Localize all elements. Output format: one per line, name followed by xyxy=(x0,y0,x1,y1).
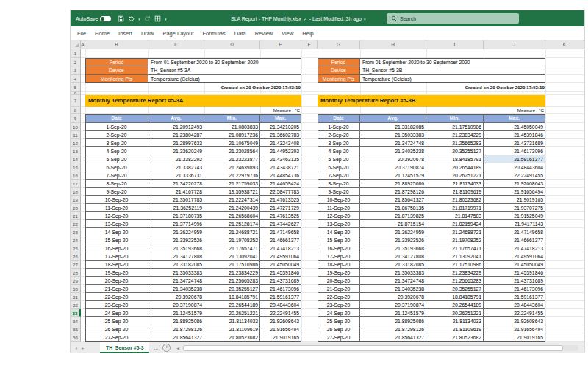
cell[interactable]: 21.34035238 xyxy=(360,285,426,293)
cell[interactable]: 21.35033383 xyxy=(360,269,426,277)
menu-item-review[interactable]: Review xyxy=(251,30,278,37)
cell[interactable]: 12-Sep-20 xyxy=(85,212,148,220)
row-header-4[interactable]: 4 xyxy=(71,75,81,84)
row-header-9[interactable]: 9 xyxy=(71,114,81,123)
device-label[interactable]: Device xyxy=(318,66,360,75)
menu-item-file[interactable]: File xyxy=(73,30,90,37)
cell[interactable]: 11-Sep-20 xyxy=(85,204,148,212)
cell[interactable]: 20.3920678 xyxy=(148,293,204,301)
cell[interactable]: 20.26251221 xyxy=(426,309,484,317)
cell[interactable]: 21.47442627 xyxy=(260,220,301,228)
cell[interactable]: 20.37190874 xyxy=(148,301,204,309)
row-header-12[interactable]: 12 xyxy=(71,139,81,147)
cell[interactable]: 20.37190874 xyxy=(360,301,426,309)
cell[interactable]: 18.84185791 xyxy=(426,293,484,301)
sheet-nav-right-icon[interactable] xyxy=(82,345,84,350)
cell[interactable]: 21.45391846 xyxy=(484,131,545,139)
cell[interactable]: 21.17510986 xyxy=(426,123,484,131)
monitoring-value[interactable]: Temperature (Celcius) xyxy=(148,75,301,84)
cell[interactable]: 20.26544189 xyxy=(426,301,484,309)
menu-item-view[interactable]: View xyxy=(277,30,298,37)
cell[interactable]: 2-Sep-20 xyxy=(318,131,360,139)
cell[interactable]: 21.59161377 xyxy=(484,155,545,163)
column-header-J[interactable]: J xyxy=(484,40,545,49)
cell[interactable]: 21.24200439 xyxy=(204,204,260,212)
autosave-toggle[interactable]: AutoSave xyxy=(76,16,111,21)
cell[interactable]: 20.26251221 xyxy=(426,171,484,180)
cell[interactable]: 3-Sep-20 xyxy=(85,139,148,147)
cell[interactable]: 21.94171143 xyxy=(484,220,545,228)
cell[interactable]: 18.84185791 xyxy=(204,293,260,301)
cell[interactable]: 21.36224959 xyxy=(360,228,426,236)
cell[interactable]: 25-Sep-20 xyxy=(318,317,360,325)
cell[interactable]: 21.87298126 xyxy=(148,325,204,333)
cell[interactable]: 22.58477783 xyxy=(260,188,301,196)
cell[interactable]: 21.80523682 xyxy=(426,196,484,204)
row-header-35[interactable]: 35 xyxy=(71,325,81,333)
cell[interactable]: 21.37714996 xyxy=(148,220,204,228)
menu-item-draw[interactable]: Draw xyxy=(137,30,159,37)
cell[interactable]: 21.9019165 xyxy=(484,333,545,342)
cell[interactable]: 21.85641327 xyxy=(360,196,426,204)
cell[interactable]: 23-Sep-20 xyxy=(318,301,360,309)
cell[interactable]: 21.88925086 xyxy=(360,317,426,325)
cell[interactable]: 21.49591064 xyxy=(484,252,545,261)
device-value[interactable]: TH_Sensor #5-3B xyxy=(360,66,545,75)
monitoring-label[interactable]: Monitoring Pts xyxy=(318,75,360,84)
cell[interactable]: 11-Sep-20 xyxy=(318,204,360,212)
cell[interactable]: 21.36224959 xyxy=(148,228,204,236)
cell[interactable]: 20.35255127 xyxy=(204,285,260,293)
cell[interactable]: 20.26544189 xyxy=(426,163,484,171)
cell[interactable]: 21.92608643 xyxy=(484,180,545,188)
monitoring-label[interactable]: Monitoring Pts xyxy=(85,75,148,84)
cell[interactable]: 21.34035238 xyxy=(360,147,426,155)
cell[interactable]: 19-Sep-20 xyxy=(85,269,148,277)
row-header-5[interactable]: 5 xyxy=(71,83,81,92)
cell[interactable]: 22-Sep-20 xyxy=(85,293,148,301)
cell[interactable]: 8-Sep-20 xyxy=(318,180,360,188)
row-header-32[interactable]: 32 xyxy=(71,301,81,309)
cell[interactable]: 21.43731689 xyxy=(484,277,545,285)
cell[interactable]: 21.24639893 xyxy=(204,163,260,171)
cell[interactable]: 21.33620249 xyxy=(148,147,204,155)
cell[interactable]: 21.86758135 xyxy=(360,204,426,212)
cell[interactable]: 13-Sep-20 xyxy=(85,220,148,228)
created-timestamp[interactable]: Created on 20 October 2020 17:53:10 xyxy=(85,83,301,92)
table-icon[interactable] xyxy=(154,15,161,22)
cell[interactable]: 21.34127808 xyxy=(360,252,426,261)
cell[interactable]: 21.43463135 xyxy=(260,155,301,163)
period-value[interactable]: From 01 September 2020 to 30 September 2… xyxy=(148,58,301,67)
cell[interactable]: 21.8715154 xyxy=(360,220,426,228)
cell[interactable]: 21.23834229 xyxy=(426,131,484,139)
cell[interactable]: 21.45050049 xyxy=(484,261,545,269)
cell[interactable]: 21.85641327 xyxy=(360,333,426,342)
cell[interactable]: 21.47418213 xyxy=(484,244,545,252)
cell[interactable]: 17-Sep-20 xyxy=(85,252,148,261)
cell[interactable]: 21.43243408 xyxy=(260,139,301,147)
cell[interactable]: 21.35033383 xyxy=(360,131,426,139)
column-header-E[interactable]: E xyxy=(260,40,301,49)
cell[interactable]: 21.34724748 xyxy=(360,277,426,285)
cell[interactable]: 21.33182085 xyxy=(360,123,426,131)
measure-unit[interactable]: Measure : °C xyxy=(318,107,545,115)
cell[interactable]: 17-Sep-20 xyxy=(318,252,360,261)
cell[interactable]: 21.91656494 xyxy=(260,325,301,333)
cell[interactable]: 21.21759033 xyxy=(204,180,260,188)
report-title[interactable]: Monthly Temperature Report #5-3B xyxy=(318,95,545,107)
cell[interactable]: 21.81134033 xyxy=(204,317,260,325)
cell[interactable]: 21.35193668 xyxy=(360,244,426,252)
cell[interactable]: 21.19708252 xyxy=(204,236,260,244)
add-sheet-button[interactable] xyxy=(162,344,171,352)
cell[interactable]: 21.35033383 xyxy=(148,269,204,277)
cell[interactable]: 9-Sep-20 xyxy=(85,188,148,196)
cell[interactable]: 20.3920678 xyxy=(360,155,426,163)
row-header-16[interactable]: 16 xyxy=(71,171,81,180)
cell[interactable]: 21.28997633 xyxy=(148,139,204,147)
row-header-10[interactable]: 10 xyxy=(71,123,81,131)
row-header-33[interactable]: 33 xyxy=(71,309,81,317)
row-header-36[interactable]: 36 xyxy=(71,333,81,342)
cell[interactable]: 13-Sep-20 xyxy=(318,220,360,228)
cell[interactable]: 21.44952393 xyxy=(260,147,301,155)
created-timestamp[interactable]: Created on 20 October 2020 17:53:10 xyxy=(318,83,545,92)
document-title[interactable]: SLA Report - THP Monthly.xlsx ✓ - Last M… xyxy=(231,10,365,26)
